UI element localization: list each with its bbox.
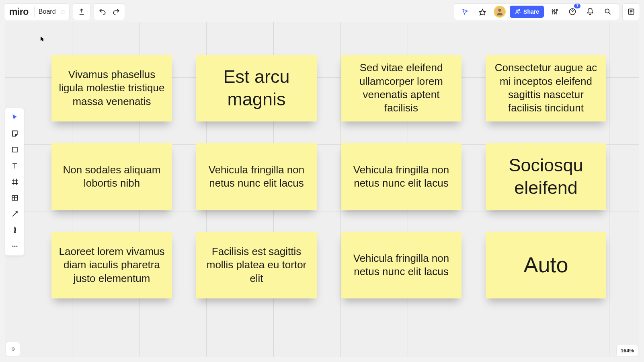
undo-button[interactable] xyxy=(96,5,109,19)
sticky-note-text: Auto xyxy=(523,251,568,279)
sticky-note[interactable]: Sociosqu eleifend xyxy=(486,143,606,210)
expand-panel-button[interactable] xyxy=(6,342,20,356)
svg-point-11 xyxy=(12,246,14,247)
svg-point-0 xyxy=(498,9,501,12)
share-button[interactable]: Share xyxy=(510,6,544,18)
sticky-note-text: Vehicula fringilla non netus nunc elit l… xyxy=(203,163,310,190)
sticky-note-text: Sociosqu eleifend xyxy=(493,154,599,200)
svg-point-1 xyxy=(516,10,518,11)
svg-point-2 xyxy=(519,9,520,10)
board-title-group: miro Board ☆ xyxy=(4,3,70,20)
text-tool[interactable] xyxy=(7,158,23,173)
sticky-note-text: Facilisis est sagittis mollis platea eu … xyxy=(203,245,310,285)
sticky-note-text: Est arcu magnis xyxy=(203,66,310,111)
select-tool[interactable] xyxy=(7,110,23,125)
export-group xyxy=(73,3,90,20)
connection-line-tool[interactable] xyxy=(7,206,23,222)
sticky-note-tool[interactable] xyxy=(7,126,23,141)
star-icon[interactable]: ☆ xyxy=(60,8,66,16)
sticky-note[interactable]: Facilisis est sagittis mollis platea eu … xyxy=(196,232,317,298)
sticky-note[interactable]: Laoreet lorem vivamus diam iaculis phare… xyxy=(51,232,172,298)
svg-point-7 xyxy=(605,9,609,13)
settings-icon[interactable] xyxy=(548,5,562,19)
frame-tool[interactable] xyxy=(7,174,23,189)
sticky-note-text: Vehicula fringilla non netus nunc elit l… xyxy=(348,252,454,279)
svg-point-5 xyxy=(556,9,557,10)
sticky-note[interactable]: Non sodales aliquam lobortis nibh xyxy=(51,143,172,210)
reactions-icon[interactable] xyxy=(476,5,490,19)
redo-button[interactable] xyxy=(109,5,123,19)
zoom-level[interactable]: 164% xyxy=(616,345,638,356)
miro-logo[interactable]: miro xyxy=(8,6,31,17)
sticky-note-text: Sed vitae eleifend ullamcorper lorem ven… xyxy=(348,61,454,115)
sticky-note[interactable]: Vehicula fringilla non netus nunc elit l… xyxy=(341,143,461,210)
divider xyxy=(34,6,35,17)
sticky-note[interactable]: Consectetur augue ac mi inceptos eleifen… xyxy=(486,55,606,121)
board-name[interactable]: Board xyxy=(38,8,57,15)
export-button[interactable] xyxy=(75,5,88,19)
collab-group: Share xyxy=(454,3,619,20)
svg-point-3 xyxy=(552,10,553,11)
pen-tool[interactable] xyxy=(7,222,23,238)
table-tool[interactable] xyxy=(7,190,23,206)
svg-rect-9 xyxy=(12,147,17,152)
sticky-note[interactable]: Vehicula fringilla non netus nunc elit l… xyxy=(196,143,317,210)
user-avatar[interactable] xyxy=(494,6,506,18)
more-tools-icon[interactable] xyxy=(7,239,23,254)
share-button-label: Share xyxy=(523,8,539,15)
sticky-note[interactable]: Vivamus phasellus ligula molestie tristi… xyxy=(51,55,172,121)
sticky-note-text: Vehicula fringilla non netus nunc elit l… xyxy=(348,163,454,190)
sticky-note-text: Consectetur augue ac mi inceptos eleifen… xyxy=(493,61,599,115)
notifications-icon[interactable] xyxy=(583,5,597,19)
help-icon[interactable] xyxy=(566,5,579,19)
shape-tool[interactable] xyxy=(7,142,23,157)
sticky-note-text: Vivamus phasellus ligula molestie tristi… xyxy=(59,68,165,108)
panel-toggle-group xyxy=(622,3,640,20)
activity-panel-icon[interactable] xyxy=(624,5,638,19)
svg-point-4 xyxy=(554,12,555,13)
sticky-note-text: Laoreet lorem vivamus diam iaculis phare… xyxy=(59,245,165,285)
cursor-tool-icon[interactable] xyxy=(458,5,472,19)
sticky-note[interactable]: Est arcu magnis xyxy=(196,55,317,121)
top-toolbar: miro Board ☆ Share xyxy=(4,3,640,20)
left-toolbar xyxy=(5,108,24,256)
sticky-note[interactable]: Sed vitae eleifend ullamcorper lorem ven… xyxy=(341,55,461,121)
undo-redo-group xyxy=(94,3,125,20)
svg-point-12 xyxy=(14,246,16,247)
sticky-note[interactable]: Auto xyxy=(486,232,606,298)
svg-point-13 xyxy=(16,246,18,247)
search-icon[interactable] xyxy=(601,5,615,19)
sticky-note-text: Non sodales aliquam lobortis nibh xyxy=(59,163,165,190)
sticky-note[interactable]: Vehicula fringilla non netus nunc elit l… xyxy=(341,232,461,298)
